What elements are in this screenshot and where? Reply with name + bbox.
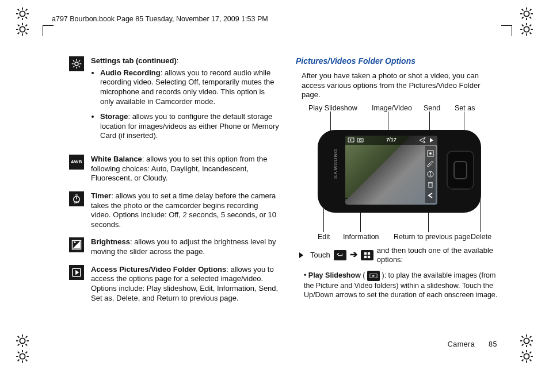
label-image-video: Image/Video — [372, 103, 412, 113]
svg-rect-102 — [429, 183, 432, 187]
svg-line-69 — [530, 360, 532, 362]
page-footer: Camera 85 — [448, 340, 497, 348]
edit-mini-icon — [426, 160, 434, 168]
settings-heading: Settings tab (continued) — [91, 56, 177, 65]
label-delete: Delete — [471, 232, 491, 241]
svg-point-18 — [524, 11, 529, 16]
svg-point-72 — [75, 62, 78, 66]
bright-title: Brightness — [91, 237, 130, 246]
arrow-join-icon: ➔ — [350, 249, 357, 260]
svg-line-33 — [530, 33, 532, 34]
label-edit: Edit — [318, 232, 330, 241]
nav-pad — [447, 151, 474, 190]
timer-title: Timer — [91, 191, 111, 200]
grid-icon — [361, 250, 373, 260]
phone-figure: Play Slideshow Image/Video Send Set as S… — [307, 103, 491, 241]
svg-rect-107 — [368, 256, 370, 258]
svg-line-5 — [18, 9, 20, 11]
audio-title: Audio Recording — [100, 68, 161, 77]
svg-line-26 — [530, 9, 532, 11]
label-info: Information — [343, 232, 379, 241]
section-intro: After you have taken a photo or shot a v… — [302, 71, 501, 100]
back-mini-icon — [426, 191, 434, 199]
svg-line-60 — [530, 344, 532, 346]
svg-line-68 — [522, 352, 524, 353]
svg-marker-96 — [430, 138, 433, 143]
image-counter: 7/17 — [386, 137, 396, 144]
crop-mark — [501, 25, 512, 36]
svg-line-7 — [18, 17, 20, 19]
svg-point-63 — [524, 353, 529, 359]
svg-marker-109 — [372, 275, 375, 277]
svg-point-45 — [20, 353, 25, 359]
svg-marker-90 — [76, 270, 79, 275]
svg-line-79 — [73, 66, 74, 67]
storage-item: Storage: allows you to configure the def… — [100, 112, 280, 141]
svg-line-70 — [522, 360, 524, 362]
svg-point-101 — [430, 172, 431, 173]
crop-gear-icon — [16, 332, 29, 366]
svg-line-80 — [79, 60, 80, 62]
svg-line-35 — [530, 25, 532, 26]
timer-icon: OFF — [69, 191, 84, 206]
svg-line-43 — [18, 344, 20, 346]
svg-line-6 — [26, 17, 28, 19]
svg-line-14 — [18, 25, 20, 26]
svg-line-52 — [18, 360, 20, 362]
svg-line-53 — [26, 352, 28, 353]
svg-rect-106 — [364, 256, 367, 258]
svg-line-15 — [26, 33, 28, 34]
camera-mini-icon — [357, 137, 364, 144]
svg-line-51 — [26, 360, 28, 362]
play-title: Play Slideshow — [308, 271, 361, 279]
svg-line-61 — [522, 344, 524, 346]
touch-pre: Touch — [310, 251, 330, 260]
crop-mark — [43, 25, 54, 36]
label-return: Return to previous page — [394, 232, 470, 241]
svg-line-23 — [522, 9, 524, 11]
svg-marker-95 — [420, 137, 425, 143]
send-mini-icon — [419, 137, 426, 144]
svg-line-62 — [530, 336, 532, 338]
more-mini-icon — [428, 137, 435, 144]
footer-page: 85 — [489, 340, 497, 348]
folder-options-icon — [69, 265, 84, 280]
svg-point-27 — [524, 26, 529, 32]
label-send: Send — [424, 103, 440, 113]
svg-point-54 — [524, 338, 529, 343]
svg-line-41 — [18, 336, 20, 338]
label-play-slideshow: Play Slideshow — [308, 103, 357, 113]
svg-line-17 — [26, 25, 28, 26]
folder-title: Access Pictures/Video Folder Options — [91, 265, 226, 274]
slideshow-icon — [367, 271, 380, 281]
svg-line-16 — [18, 33, 20, 34]
svg-point-36 — [20, 338, 25, 343]
delete-mini-icon — [426, 180, 434, 189]
svg-line-71 — [530, 352, 532, 353]
svg-point-98 — [429, 152, 432, 155]
label-set-as: Set as — [455, 103, 475, 113]
svg-point-9 — [20, 26, 25, 32]
brand-samsung: SAMSUNG — [333, 148, 340, 179]
slideshow-mini-icon — [348, 137, 354, 144]
back-arrow-icon — [334, 250, 346, 260]
svg-line-25 — [522, 17, 524, 19]
page-header-meta: a797 Bourbon.book Page 85 Tuesday, Novem… — [52, 15, 268, 23]
audio-recording-item: Audio Recording: allows you to record au… — [100, 68, 280, 107]
right-column: Pictures/Videos Folder Options After you… — [296, 56, 503, 369]
svg-line-78 — [79, 66, 80, 67]
svg-point-0 — [20, 11, 25, 16]
footer-section: Camera — [448, 340, 475, 348]
crop-gear-icon — [16, 5, 29, 39]
svg-line-77 — [73, 60, 74, 62]
svg-line-42 — [26, 344, 28, 346]
setas-mini-icon — [426, 149, 434, 157]
svg-line-8 — [26, 9, 28, 11]
white-balance-icon: AWB — [69, 155, 84, 170]
svg-marker-92 — [350, 139, 352, 141]
crop-gear-icon — [520, 332, 533, 366]
timer-body: : allows you to set a time delay before … — [91, 191, 276, 229]
crop-gear-icon — [520, 5, 533, 39]
section-title: Pictures/Videos Folder Options — [296, 56, 503, 67]
svg-rect-104 — [364, 252, 367, 255]
